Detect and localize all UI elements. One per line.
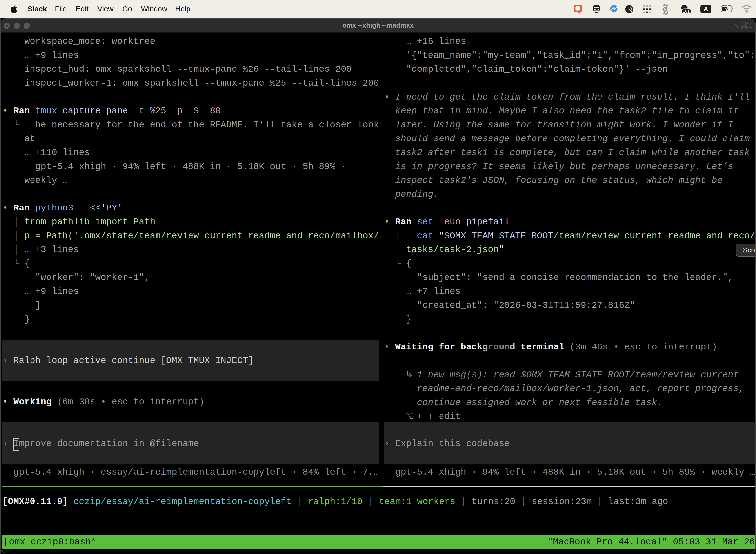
svg-text:A: A	[704, 6, 708, 12]
svg-text:..61: ..61	[683, 9, 690, 13]
